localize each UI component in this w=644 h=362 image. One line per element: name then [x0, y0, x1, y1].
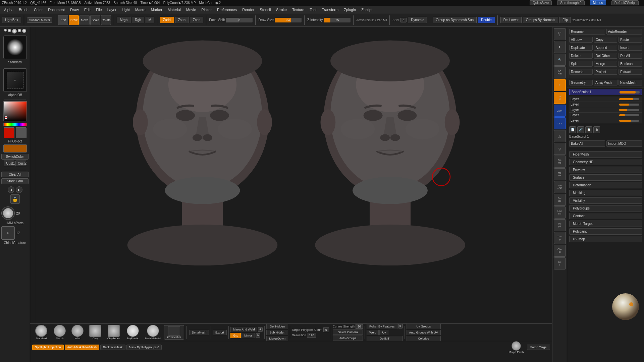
auto-reorder-btn[interactable]: AutoReorder — [606, 29, 642, 35]
zoom3d-btn[interactable]: Zoom3D — [554, 181, 566, 193]
insert-btn[interactable]: Insert — [619, 45, 642, 51]
menu-stroke[interactable]: Stroke — [273, 7, 289, 12]
fibermesh-btn[interactable]: FiberMesh — [569, 151, 642, 158]
move-btn[interactable]: Move — [79, 15, 90, 25]
mrgb-btn[interactable]: Mrgb — [117, 17, 130, 23]
edit-btn[interactable]: Edit — [58, 15, 68, 25]
geometry-btn[interactable]: Geometry — [569, 80, 593, 85]
brush-basicmaterial[interactable]: BasicMaterial — [143, 325, 163, 340]
menu-tool[interactable]: Tool — [307, 7, 319, 12]
polish-features-btn[interactable]: Polish By Features — [367, 324, 397, 329]
uv-btn[interactable]: Uv — [379, 330, 388, 335]
rgb-btn[interactable]: Rgb — [132, 17, 144, 23]
scroll-btn[interactable]: ⬆ — [554, 41, 566, 53]
draw-btn[interactable]: Draw — [69, 15, 79, 25]
quicksave-btn[interactable]: QuickSave — [530, 0, 552, 5]
layer-row-2[interactable]: Layer — [569, 102, 642, 107]
store-cam-btn[interactable]: Store Cam — [1, 178, 29, 184]
arraymesh-btn[interactable]: ArrayMesh — [594, 80, 617, 85]
layer-icon-2[interactable]: 🔗 — [577, 126, 584, 133]
draw-size-track[interactable]: 64 — [275, 18, 302, 22]
solo-btn[interactable]: Solo — [554, 257, 566, 269]
mirror-btn[interactable]: Mirror — [241, 333, 255, 338]
target-poly-val[interactable]: 5 — [323, 327, 329, 332]
import-mdd-btn[interactable]: Import MDD — [606, 140, 642, 147]
dynamic-btn[interactable]: Dynamic — [408, 17, 427, 23]
zsub-btn[interactable]: Zsub — [175, 17, 189, 23]
layer-2-slider[interactable] — [619, 104, 639, 106]
layer-icon-1[interactable]: 📄 — [569, 126, 576, 133]
uv-groups-btn[interactable]: Uv Groups — [407, 324, 441, 329]
layer-row-1[interactable]: Layer — [569, 97, 642, 102]
resolution-val[interactable]: 128 — [307, 333, 316, 338]
menu-preferences[interactable]: Preferences — [214, 7, 239, 12]
script-btn[interactable]: DefaultZScript — [611, 0, 639, 5]
layer-1-slider[interactable] — [619, 98, 639, 100]
base-sculpt-item[interactable]: BaseSculpt 1 — [569, 89, 642, 95]
play-btn[interactable]: ▶ — [16, 186, 22, 193]
fill-color-swatch[interactable] — [3, 144, 27, 153]
contact-btn[interactable]: Contact — [569, 213, 642, 219]
bake-all-btn[interactable]: Bake All — [569, 140, 605, 147]
brush-morph[interactable]: Morph — [51, 325, 68, 340]
delimt-btn[interactable]: DelIMT — [367, 336, 403, 341]
sub-hidden-btn[interactable]: Sub Hidden — [266, 330, 288, 335]
menu-color[interactable]: Color — [31, 7, 45, 12]
lightbox-btn[interactable]: LightBox — [2, 17, 21, 23]
layer-4-slider[interactable] — [619, 114, 639, 116]
viewport[interactable] — [30, 27, 552, 323]
aaflat-btn[interactable]: AAFlat — [554, 66, 566, 78]
menu-draw[interactable]: Draw — [67, 7, 82, 12]
append-btn[interactable]: Append — [594, 45, 618, 51]
polygroups-btn[interactable]: Polygroups — [569, 205, 642, 212]
layer-icon-4[interactable]: 🗑 — [593, 126, 600, 133]
remesh-btn[interactable]: Remesh — [569, 69, 593, 75]
persp-btn[interactable]: P — [554, 79, 566, 91]
export-btn[interactable]: Export — [213, 330, 227, 335]
del-lower-btn[interactable]: Del Lower — [500, 17, 522, 23]
auto-groups-uv-btn[interactable]: Auto Groups With UV — [407, 330, 441, 335]
brush-claytubes[interactable]: ClayTubes — [105, 325, 123, 340]
morph-target-btn-r[interactable]: Morph Target — [569, 221, 642, 227]
foreground-color[interactable] — [4, 127, 14, 138]
menu-alpha[interactable]: Alpha — [1, 7, 16, 12]
z-intensity-track[interactable]: 25 — [324, 18, 351, 22]
m-btn[interactable]: M — [146, 17, 154, 23]
rename-btn[interactable]: Rename — [569, 29, 605, 35]
zadd-btn[interactable]: Zadd — [160, 17, 174, 23]
menu-layer[interactable]: Layer — [105, 7, 119, 12]
zcon-btn[interactable]: Zcon — [190, 17, 203, 23]
brush-standard[interactable]: Standard — [32, 325, 50, 340]
flip-btn[interactable]: Flip — [559, 17, 571, 23]
colorize-btn[interactable]: Colorize — [407, 336, 441, 341]
morph-pinch-item[interactable]: Morph Pinch — [508, 341, 525, 354]
mirror-toggle[interactable]: ⊕ — [256, 333, 260, 338]
surface-btn[interactable]: Surface — [569, 174, 642, 181]
brush-inflat[interactable]: Inflat — [69, 325, 86, 340]
project-btn[interactable]: Project — [594, 69, 618, 75]
brush-toyplastic[interactable]: ToyPlastic — [124, 325, 142, 340]
ghost-btn[interactable]: Ghost — [554, 245, 566, 257]
base-sculpt-slider[interactable] — [620, 91, 640, 94]
del-all-btn[interactable]: Del All — [619, 53, 642, 59]
all-low-btn[interactable]: All Low — [569, 37, 593, 43]
menu-marker[interactable]: Marker — [148, 7, 165, 12]
cust2-btn[interactable]: Cust2 — [15, 161, 26, 166]
merge-down-btn[interactable]: MergeDown — [266, 336, 288, 341]
curves-val[interactable]: 50 — [356, 324, 363, 329]
transp-btn[interactable]: Transp — [554, 232, 566, 244]
rotate-btn[interactable]: Rotate — [101, 15, 111, 25]
brush-preview[interactable] — [3, 36, 27, 59]
lock-btn[interactable]: 🔒 — [10, 194, 20, 204]
menu-picker[interactable]: Picker — [199, 7, 214, 12]
layer-5-slider[interactable] — [619, 120, 639, 122]
backface-mask-btn[interactable]: BackfaceMask — [100, 345, 125, 350]
zym-btn[interactable]: Zym — [554, 105, 566, 117]
menu-edit[interactable]: Edit — [82, 7, 93, 12]
weld-btn[interactable]: Weld — [367, 330, 379, 335]
up-arrow-btn[interactable]: △ — [554, 130, 566, 142]
double-btn[interactable]: Double — [478, 17, 495, 23]
masking-btn[interactable]: Masking — [569, 190, 642, 196]
auto-mask-btn[interactable]: Auto Mask FiberMesh — [65, 345, 100, 350]
menu-zscript[interactable]: Zscript — [359, 7, 375, 12]
